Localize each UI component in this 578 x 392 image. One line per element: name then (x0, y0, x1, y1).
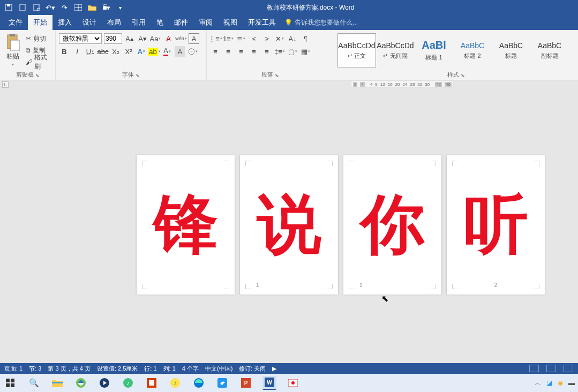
highlight-button[interactable]: ab (149, 46, 160, 57)
style-副标题[interactable]: AaBbC副标题 (530, 33, 569, 67)
show-marks-button[interactable]: ¶ (300, 33, 311, 44)
menu-view[interactable]: 视图 (218, 15, 243, 30)
tray-chevron-icon[interactable]: ︿ (535, 379, 541, 388)
status-col[interactable]: 列: 1 (163, 365, 176, 373)
save-icon[interactable] (4, 3, 13, 12)
page[interactable]: 听2 (447, 155, 545, 295)
page[interactable]: 锋 (137, 155, 235, 295)
font-dialog-launcher[interactable] (136, 72, 140, 78)
undo-icon[interactable]: ↶▾ (46, 3, 55, 12)
menu-pen[interactable]: 笔 (151, 15, 169, 30)
style-↵ 无间隔[interactable]: AaBbCcDd↵ 无间隔 (376, 33, 415, 67)
redo-icon[interactable]: ↷ (60, 3, 69, 12)
text-effects-button[interactable]: A (136, 46, 147, 57)
sort-button[interactable]: A↓ (287, 33, 298, 44)
shading-button[interactable]: ▢ (287, 46, 298, 57)
folder-icon[interactable] (88, 3, 96, 12)
clipboard-dialog-launcher[interactable] (35, 72, 40, 78)
grow-font-button[interactable]: A▴ (124, 33, 135, 44)
tray-app1-icon[interactable]: ◪ (546, 379, 552, 387)
status-page[interactable]: 页面: 1 (4, 365, 22, 373)
style-↵ 正文[interactable]: AaBbCcDd↵ 正文 (337, 33, 376, 67)
status-line[interactable]: 行: 1 (144, 365, 156, 373)
superscript-button[interactable]: X² (123, 46, 134, 57)
menu-file[interactable]: 文件 (3, 15, 28, 30)
menu-mail[interactable]: 邮件 (169, 15, 193, 30)
font-color-button[interactable]: A (162, 46, 172, 57)
table-icon[interactable] (74, 3, 82, 12)
italic-button[interactable]: I (72, 46, 82, 57)
bullets-button[interactable]: ⋮≡ (210, 33, 221, 44)
justify-button[interactable]: ≡ (249, 46, 259, 57)
paste-button[interactable]: 粘贴 ▾ (3, 33, 22, 68)
qat-customize-icon[interactable]: ▾ (116, 3, 124, 12)
distribute-button[interactable]: ≡ (261, 46, 272, 57)
paragraph-dialog-launcher[interactable] (275, 72, 279, 78)
view-read-button[interactable] (529, 365, 539, 372)
menu-insert[interactable]: 插入 (52, 15, 77, 30)
status-pages[interactable]: 第 3 页，共 4 页 (48, 365, 90, 373)
new-icon[interactable] (18, 3, 27, 12)
bird-button[interactable] (215, 376, 229, 390)
music-button[interactable]: ♪ (121, 376, 135, 390)
decrease-indent-button[interactable]: ≤ (249, 33, 259, 44)
recorder-button[interactable] (286, 376, 300, 390)
cut-button[interactable]: ✂剪切 (25, 33, 52, 44)
menu-layout[interactable]: 布局 (102, 15, 126, 30)
style-标题 2[interactable]: AaBbC标题 2 (453, 33, 492, 67)
document-canvas[interactable]: 锋说1你1听2 (0, 88, 578, 363)
tell-me-search[interactable]: 💡 告诉我您想要做什么... (284, 18, 358, 27)
view-print-button[interactable] (546, 365, 556, 372)
print-icon[interactable]: ▾ (102, 3, 110, 12)
borders-button[interactable]: ▦ (300, 46, 311, 57)
bold-button[interactable]: B (59, 46, 70, 57)
system-tray[interactable]: ︿ ◪ ◉ ▬ (535, 379, 575, 388)
format-painter-button[interactable]: 🖌格式刷 (25, 57, 52, 67)
menu-devtools[interactable]: 开发工具 (243, 15, 281, 30)
status-track[interactable]: 修订: 关闭 (239, 365, 266, 373)
office-button[interactable] (145, 376, 159, 390)
clear-format-button[interactable]: A̷ (163, 33, 174, 44)
style-标题 1[interactable]: AaBl标题 1 (415, 33, 453, 67)
font-size-input[interactable] (104, 33, 122, 44)
menu-references[interactable]: 引用 (126, 15, 151, 30)
page[interactable]: 你1 (343, 155, 441, 295)
menu-home[interactable]: 开始 (28, 15, 52, 30)
media-button[interactable] (97, 376, 111, 390)
powerpoint-button[interactable]: P (239, 376, 253, 390)
char-border-button[interactable]: A (189, 33, 199, 44)
enclose-char-button[interactable]: ㊀ (187, 46, 198, 57)
align-left-button[interactable]: ≡ (210, 46, 221, 57)
status-chars[interactable]: 4 个字 (182, 365, 199, 373)
macro-icon[interactable]: ▶ (272, 365, 276, 372)
underline-button[interactable]: U (85, 46, 95, 57)
horizontal-ruler[interactable]: 8448121620242832364246 (351, 80, 454, 88)
change-case-button[interactable]: Aa (150, 33, 161, 44)
shrink-font-button[interactable]: A▾ (137, 33, 148, 44)
start-button[interactable] (3, 376, 17, 390)
menu-review[interactable]: 审阅 (193, 15, 218, 30)
status-position[interactable]: 设置值: 2.5厘米 (97, 365, 138, 373)
char-shading-button[interactable]: A (175, 46, 185, 57)
increase-indent-button[interactable]: ≥ (261, 33, 272, 44)
line-spacing-button[interactable]: ‡≡ (274, 46, 285, 57)
align-right-button[interactable]: ≡ (236, 46, 246, 57)
ie-button[interactable] (74, 376, 88, 390)
search-button[interactable]: 🔍 (27, 376, 41, 390)
asian-layout-button[interactable]: ✕ (274, 33, 285, 44)
ruler-corner[interactable]: L (2, 81, 9, 88)
phonetic-guide-button[interactable]: wén (176, 33, 186, 44)
menu-design[interactable]: 设计 (77, 15, 102, 30)
tray-app2-icon[interactable]: ◉ (558, 379, 563, 387)
open-icon[interactable] (32, 3, 41, 12)
strike-button[interactable]: abc (97, 46, 108, 57)
view-web-button[interactable] (564, 365, 573, 372)
font-name-select[interactable]: 微软雅黑 (59, 33, 102, 44)
styles-dialog-launcher[interactable] (461, 72, 465, 78)
edge-button[interactable] (192, 376, 206, 390)
page[interactable]: 说1 (240, 155, 338, 295)
align-center-button[interactable]: ≡ (223, 46, 234, 57)
multilevel-button[interactable]: ≣ (236, 33, 246, 44)
style-标题[interactable]: AaBbC标题 (492, 33, 530, 67)
tray-battery-icon[interactable]: ▬ (568, 379, 575, 387)
